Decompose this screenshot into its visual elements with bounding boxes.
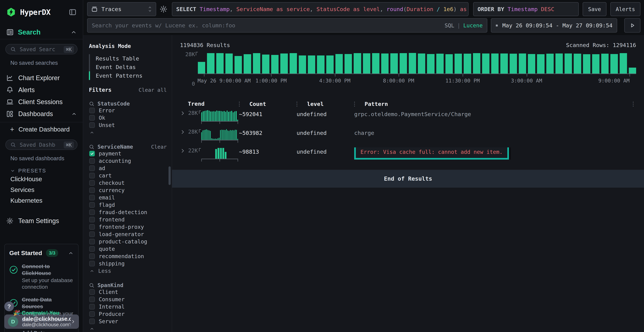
panel-toggle-icon[interactable] — [68, 8, 77, 16]
checkbox[interactable] — [89, 304, 95, 310]
filter-option[interactable]: ad — [89, 164, 167, 172]
get-started-item[interactable]: Connect to ClickHouse Set up your databa… — [9, 263, 74, 290]
filter-option[interactable]: email — [89, 194, 167, 201]
filter-option[interactable]: Consumer — [89, 296, 167, 303]
preset-clickhouse[interactable]: ClickHouse — [0, 174, 83, 184]
column-drag-handle[interactable]: ⋮ — [294, 100, 300, 107]
get-started-header[interactable]: Get Started 3/3 — [9, 249, 74, 257]
filter-option[interactable]: Client — [89, 288, 167, 296]
event-search-input[interactable] — [92, 22, 444, 28]
column-drag-handle[interactable]: ⋮ — [352, 100, 358, 107]
table-row[interactable]: 28K ~592041 undefined grpc.oteldemo.Paym… — [180, 107, 636, 126]
filter-option[interactable]: load-generator — [89, 230, 167, 238]
checkbox[interactable] — [89, 261, 95, 266]
filter-option[interactable]: product-catalog — [89, 238, 167, 245]
filter-option[interactable]: frontend — [89, 216, 167, 223]
checkbox[interactable] — [89, 195, 95, 200]
user-menu[interactable]: D dale@clickhouse.com dale@clickhouse.co… — [4, 314, 79, 329]
filter-panel-scrollbar[interactable] — [168, 166, 171, 185]
get-started-item[interactable]: Add Data Start sending logs, metrics, or… — [9, 330, 74, 332]
language-lucene-option[interactable]: Lucene — [463, 22, 483, 28]
sidebar-item-dashboards[interactable]: Dashboards — [0, 108, 83, 120]
checkbox[interactable] — [89, 188, 95, 193]
checkbox[interactable] — [89, 289, 95, 295]
row-expand-icon[interactable] — [180, 129, 185, 135]
filter-show-less[interactable]: Less — [89, 267, 167, 274]
filter-option[interactable]: currency — [89, 186, 167, 194]
mode-event-patterns[interactable]: Event Patterns — [89, 71, 167, 80]
checkbox[interactable] — [89, 202, 95, 208]
checkbox[interactable] — [89, 173, 95, 178]
filter-clear-link[interactable]: Clear — [151, 144, 167, 150]
checkbox[interactable] — [89, 246, 95, 252]
checkbox[interactable] — [89, 151, 95, 156]
presets-toggle[interactable]: PRESETS — [10, 168, 77, 174]
sidebar-item-client-sessions[interactable]: Client Sessions — [0, 96, 83, 108]
checkbox[interactable] — [89, 296, 95, 302]
filter-option[interactable]: cart — [89, 172, 167, 179]
filter-option[interactable]: shipping — [89, 260, 167, 267]
create-dashboard-button[interactable]: + Create Dashboard — [0, 124, 83, 135]
alerts-button[interactable]: Alerts — [610, 2, 640, 16]
sidebar-item-team-settings[interactable]: Team Settings — [0, 215, 83, 227]
language-sql-option[interactable]: SQL — [444, 22, 454, 28]
filter-option[interactable]: Ok — [89, 114, 167, 122]
row-expand-icon[interactable] — [180, 110, 185, 116]
source-select[interactable]: Traces — [87, 2, 156, 16]
histogram-plot[interactable]: May 26 9:00:00 AM1:00:00 PM4:30:00 PM8:0… — [198, 52, 636, 85]
filter-option[interactable]: Unset — [89, 122, 167, 129]
column-header-level[interactable]: ⋮level — [296, 100, 354, 107]
column-drag-handle[interactable]: ⋮ — [630, 100, 636, 107]
filter-option[interactable]: fraud-detection — [89, 208, 167, 216]
column-header-pattern[interactable]: ⋮Pattern — [354, 100, 631, 107]
save-button[interactable]: Save — [583, 2, 606, 16]
sidebar-item-search[interactable]: Search — [0, 28, 83, 37]
filter-option[interactable]: recommendation — [89, 252, 167, 260]
checkbox[interactable] — [89, 318, 95, 324]
checkbox[interactable] — [89, 224, 95, 230]
checkbox[interactable] — [89, 180, 95, 186]
sql-select-editor[interactable]: SELECT Timestamp, ServiceName as service… — [172, 2, 468, 16]
row-expand-icon[interactable] — [180, 148, 185, 154]
date-range-picker[interactable]: May 26 09:09:54 - May 27 09:09:54 — [491, 18, 617, 32]
checkbox[interactable] — [89, 232, 95, 237]
filter-option[interactable]: Error — [89, 107, 167, 114]
mode-results-table[interactable]: Results Table — [89, 54, 167, 63]
filter-option[interactable]: accounting — [89, 157, 167, 164]
filter-show-less[interactable] — [89, 325, 167, 332]
filter-option[interactable]: checkout — [89, 179, 167, 186]
checkbox[interactable] — [89, 311, 95, 317]
filter-option[interactable]: Internal — [89, 303, 167, 310]
filter-option[interactable]: quote — [89, 245, 167, 252]
query-settings-gear-icon[interactable] — [160, 5, 168, 13]
filter-option[interactable]: frontend-proxy — [89, 223, 167, 230]
column-header-trend[interactable]: Trend — [188, 100, 239, 107]
preset-services[interactable]: Services — [0, 184, 83, 195]
checkbox[interactable] — [89, 217, 95, 222]
column-header-count[interactable]: ⋮Count — [239, 100, 296, 107]
filter-show-less[interactable] — [89, 129, 167, 136]
preset-kubernetes[interactable]: Kubernetes — [0, 195, 83, 206]
checkbox[interactable] — [89, 158, 95, 164]
checkbox[interactable] — [89, 115, 95, 120]
clear-all-filters-link[interactable]: Clear all — [139, 87, 167, 93]
filter-option[interactable]: Server — [89, 318, 167, 325]
checkbox[interactable] — [89, 254, 95, 259]
mode-event-deltas[interactable]: Event Deltas — [89, 63, 167, 71]
order-by-editor[interactable]: ORDER BY Timestamp DESC — [473, 2, 579, 16]
checkbox[interactable] — [89, 210, 95, 215]
filter-option[interactable]: payment — [89, 150, 167, 157]
filter-option[interactable]: Producer — [89, 310, 167, 318]
sidebar-item-chart-explorer[interactable]: Chart Explorer — [0, 72, 83, 84]
column-drag-handle[interactable]: ⋮ — [236, 100, 242, 107]
sidebar-item-alerts[interactable]: Alerts — [0, 84, 83, 96]
run-query-button[interactable] — [624, 18, 640, 32]
help-button[interactable]: ? — [4, 302, 14, 311]
checkbox[interactable] — [89, 239, 95, 244]
checkbox[interactable] — [89, 108, 95, 113]
checkbox[interactable] — [89, 166, 95, 171]
table-row[interactable]: 22K ~98813 undefined Error: Visa cache f… — [180, 145, 636, 164]
filter-option[interactable]: flagd — [89, 201, 167, 208]
checkbox[interactable] — [89, 122, 95, 128]
table-row[interactable]: 28K ~503982 undefined charge — [180, 126, 636, 145]
